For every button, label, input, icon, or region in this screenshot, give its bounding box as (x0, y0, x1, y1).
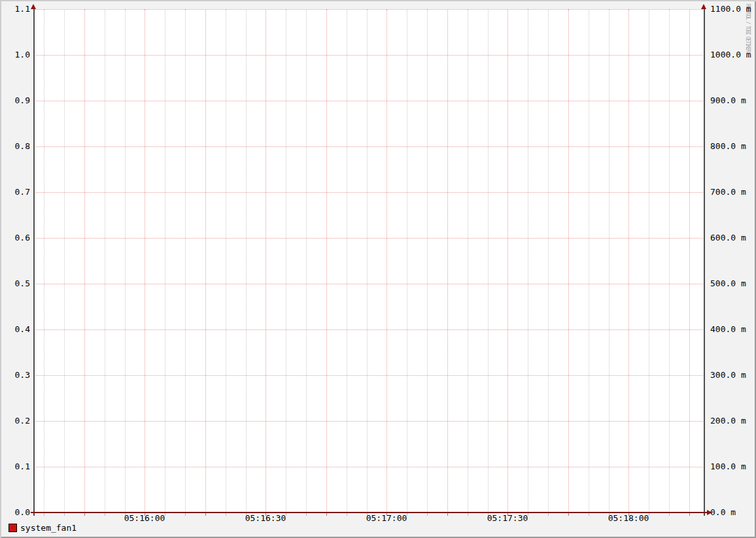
v-gridline-major (628, 9, 629, 513)
v-gridline-minor (367, 9, 368, 513)
x-axis-tick (64, 513, 65, 516)
y-right-tick-label: 700.0 m (710, 188, 746, 197)
v-gridline-minor (589, 9, 589, 513)
v-gridline-minor (246, 9, 247, 513)
v-gridline-minor (306, 9, 307, 513)
v-gridline-minor (609, 9, 610, 513)
x-axis-tick (84, 513, 85, 516)
v-gridline-minor (64, 9, 65, 513)
v-gridline-major (145, 9, 145, 513)
x-axis-tick (44, 513, 44, 516)
h-gridline (34, 238, 704, 239)
y-axis-right-arrow-icon (701, 4, 706, 9)
legend-label-system-fan1: system_fan1 (20, 524, 77, 533)
y-left-tick-label: 0.4 (15, 325, 30, 334)
v-gridline-minor (226, 9, 226, 513)
x-axis-tick (205, 513, 206, 516)
x-tick-label: 05:18:00 (602, 514, 655, 523)
y-right-tick-label: 1000.0 m (710, 50, 751, 59)
x-axis-tick (306, 513, 307, 516)
y-axis-right-line (704, 7, 705, 516)
y-right-tick-label: 0.0 m (710, 508, 736, 517)
rrdtool-graph: system_fan1 RRDTOOL / TOBI OETIKER 0.00.… (0, 0, 756, 538)
v-gridline-minor (105, 9, 105, 513)
y-left-tick-label: 0.8 (15, 142, 30, 151)
v-gridline-minor (649, 9, 649, 513)
h-gridline (34, 284, 704, 284)
x-axis-tick (427, 513, 428, 516)
v-gridline-minor (468, 9, 468, 513)
v-gridline-major (568, 9, 569, 513)
v-gridline-major (266, 9, 266, 513)
y-right-tick-label: 400.0 m (710, 325, 746, 334)
x-axis-tick (589, 513, 589, 516)
x-axis-tick (568, 513, 569, 516)
v-gridline-major (689, 9, 690, 513)
v-gridline-major (326, 9, 327, 513)
y-left-tick-label: 0.7 (15, 188, 30, 197)
v-gridline-major (507, 9, 508, 513)
x-tick-label: 05:16:00 (118, 514, 171, 523)
v-gridline-major (447, 9, 448, 513)
v-gridline-major (205, 9, 206, 513)
v-gridline-major (387, 9, 387, 513)
legend-swatch-system-fan1 (9, 524, 17, 532)
y-right-tick-label: 500.0 m (710, 279, 746, 288)
v-gridline-minor (669, 9, 670, 513)
x-axis-tick (347, 513, 347, 516)
h-gridline (34, 9, 704, 10)
y-axis-left-arrow-icon (31, 4, 36, 9)
y-left-tick-label: 0.2 (15, 416, 30, 426)
x-axis-tick (548, 513, 549, 516)
v-gridline-minor (286, 9, 286, 513)
y-right-tick-label: 100.0 m (710, 462, 746, 471)
y-left-tick-label: 0.1 (15, 462, 30, 471)
h-gridline (34, 192, 704, 193)
x-axis-tick (185, 513, 186, 516)
x-tick-label: 05:16:30 (239, 514, 292, 523)
x-tick-label: 05:17:00 (360, 514, 413, 523)
x-axis-tick (669, 513, 670, 516)
y-axis-left-line (33, 7, 35, 516)
h-gridline (34, 55, 704, 56)
v-gridline-minor (347, 9, 347, 513)
v-gridline-minor (44, 9, 44, 513)
h-gridline (34, 375, 704, 376)
v-gridline-minor (407, 9, 407, 513)
y-right-tick-label: 900.0 m (710, 96, 746, 105)
h-gridline (34, 329, 704, 330)
v-gridline-minor (488, 9, 489, 513)
x-tick-label: 05:17:30 (481, 514, 534, 523)
x-axis-tick (326, 513, 327, 516)
y-right-tick-label: 800.0 m (710, 142, 746, 151)
y-right-tick-label: 600.0 m (710, 233, 746, 243)
h-gridline (34, 101, 704, 101)
y-left-tick-label: 0.6 (15, 233, 30, 243)
v-gridline-major (84, 9, 85, 513)
h-gridline (34, 467, 704, 467)
y-left-tick-label: 0.3 (15, 371, 30, 380)
y-left-tick-label: 1.1 (15, 5, 30, 14)
h-gridline (34, 421, 704, 422)
v-gridline-minor (185, 9, 186, 513)
v-gridline-minor (528, 9, 528, 513)
y-right-tick-label: 200.0 m (710, 416, 746, 426)
y-left-tick-label: 0.9 (15, 96, 30, 105)
x-axis-tick (105, 513, 105, 516)
y-right-tick-label: 300.0 m (710, 371, 746, 380)
plot-area (34, 9, 704, 513)
y-left-tick-label: 0.5 (15, 279, 30, 288)
v-gridline-minor (427, 9, 428, 513)
v-gridline-minor (165, 9, 165, 513)
x-axis-tick (447, 513, 448, 516)
x-axis-tick (689, 513, 690, 516)
x-axis-tick (226, 513, 226, 516)
h-gridline (34, 146, 704, 147)
v-gridline-minor (548, 9, 549, 513)
y-left-tick-label: 0.0 (15, 508, 30, 517)
y-left-tick-label: 1.0 (15, 50, 30, 59)
v-gridline-minor (125, 9, 126, 513)
y-right-tick-label: 1100.0 m (710, 5, 751, 14)
x-axis-tick (468, 513, 468, 516)
